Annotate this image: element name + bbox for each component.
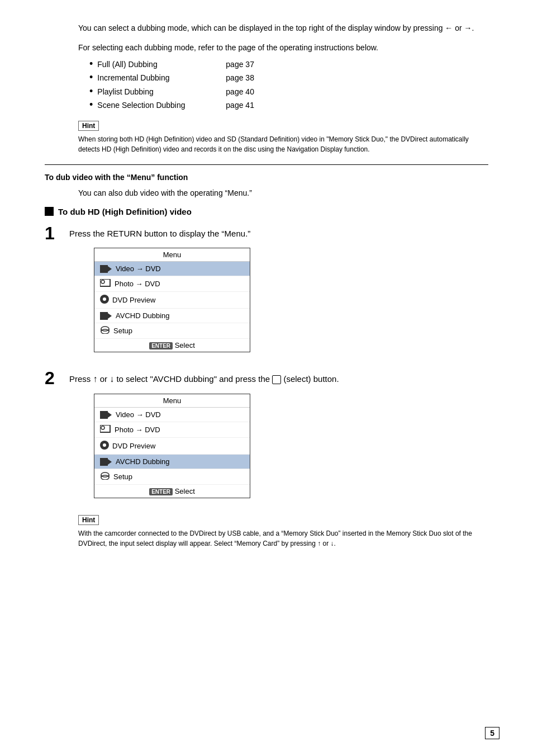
menu2-item-2: DVD Preview <box>94 438 250 455</box>
setup-icon <box>100 326 110 336</box>
setup-icon2 <box>100 472 110 481</box>
avchd-icon <box>100 312 112 320</box>
list-item: • Full (All) Dubbing page 37 <box>89 58 488 70</box>
bullet-page: page 38 <box>226 72 254 84</box>
list-item: • Scene Selection Dubbing page 41 <box>89 99 488 111</box>
step-2: 2 Press ↑ or ↓ to select "AVCHD dubbing"… <box>45 369 488 506</box>
menu1-footer-label: Select <box>175 341 195 349</box>
hint2-box: Hint With the camcorder connected to the… <box>45 515 488 549</box>
menu2-footer: ENTER Select <box>94 485 250 498</box>
hint2-label: Hint <box>78 515 99 525</box>
page: You can select a dubbing mode, which can… <box>0 0 533 756</box>
menu1-item-3: AVCHD Dubbing <box>94 309 250 323</box>
section-intro: You can also dub video with the operatin… <box>78 187 488 199</box>
down-arrow-icon: ↓ <box>110 374 114 384</box>
photo-icon <box>100 279 111 289</box>
photo-icon2 <box>100 425 111 434</box>
enter-badge-2: ENTER <box>149 488 173 495</box>
bullet-page: page 41 <box>226 99 254 111</box>
step2-text-after: to select "AVCHD dubbing" and press the <box>116 374 272 384</box>
step-1-number: 1 <box>45 224 61 242</box>
menu2-item-4: Setup <box>94 469 250 485</box>
intro-para1: You can select a dubbing mode, which can… <box>78 22 488 34</box>
step-1-text: Press the RETURN button to display the “… <box>69 224 250 240</box>
menu2-item-3-label: AVCHD Dubbing <box>116 457 170 466</box>
step2-press: Press <box>69 374 93 384</box>
svg-point-15 <box>101 426 104 429</box>
svg-rect-18 <box>100 458 108 466</box>
bullet-dot: • <box>89 100 93 110</box>
black-square-icon <box>45 207 54 216</box>
bullet-page: page 40 <box>226 86 254 98</box>
menu1-item-2-label: DVD Preview <box>112 296 155 304</box>
menu2-item-1: Photo → DVD <box>94 422 250 438</box>
svg-point-23 <box>101 475 109 480</box>
svg-rect-6 <box>100 312 108 320</box>
menu2-item-2-label: DVD Preview <box>112 442 155 450</box>
intro-para2: For selecting each dubbing mode, refer t… <box>78 42 488 54</box>
menu2-item-1-label: Photo → DVD <box>115 426 160 434</box>
bullet-dot: • <box>89 72 93 82</box>
step2-select-label: (select) button. <box>283 374 339 384</box>
enter-badge-1: ENTER <box>149 342 173 349</box>
menu2-item-0: Video → DVD <box>94 408 250 422</box>
menu1-footer: ENTER Select <box>94 339 250 352</box>
step-2-text: Press ↑ or ↓ to select "AVCHD dubbing" a… <box>69 369 339 386</box>
dvd-preview-icon <box>100 295 109 305</box>
section-divider <box>45 164 488 165</box>
bullet-list: • Full (All) Dubbing page 37 • Increment… <box>89 58 488 112</box>
svg-marker-7 <box>108 313 112 319</box>
menu1-item-4: Setup <box>94 323 250 339</box>
svg-marker-19 <box>108 459 112 465</box>
menu2-item-3: AVCHD Dubbing <box>94 455 250 469</box>
select-button-icon <box>272 375 281 384</box>
svg-rect-12 <box>100 411 108 419</box>
bullet-label: Playlist Dubbing <box>97 86 220 98</box>
hint1-label: Hint <box>78 121 99 131</box>
hint1-box: Hint When storing both HD (High Definiti… <box>45 121 488 154</box>
menu2-footer-label: Select <box>175 487 195 495</box>
svg-rect-0 <box>100 265 108 273</box>
svg-point-17 <box>103 443 106 447</box>
menu2-item-4-label: Setup <box>113 472 132 481</box>
hint1-text: When storing both HD (High Definition) v… <box>78 134 488 154</box>
dvd-preview-icon2 <box>100 441 109 451</box>
step-2-number: 2 <box>45 369 61 387</box>
svg-point-5 <box>103 297 106 301</box>
bullet-label: Full (All) Dubbing <box>97 58 220 70</box>
hint2-text: With the camcorder connected to the DVDi… <box>78 528 488 549</box>
page-number: 5 <box>485 727 499 739</box>
bullet-dot: • <box>89 59 93 69</box>
svg-marker-1 <box>108 266 112 272</box>
list-item: • Incremental Dubbing page 38 <box>89 72 488 84</box>
sub-heading: To dub HD (High Definition) video <box>45 207 488 216</box>
svg-point-3 <box>101 280 104 284</box>
menu1-item-1-label: Photo → DVD <box>115 280 160 288</box>
menu1-item-4-label: Setup <box>113 327 132 335</box>
step-1: 1 Press the RETURN button to display the… <box>45 224 488 361</box>
menu-box-2: Menu Video → DVD Photo → DVD <box>94 394 250 498</box>
bullet-page: page 37 <box>226 58 254 70</box>
avchd-icon2 <box>100 458 112 466</box>
svg-point-11 <box>101 329 109 334</box>
video-icon2 <box>100 411 112 419</box>
menu-box-1: Menu Video → DVD Photo → DVD <box>94 248 250 352</box>
menu1-item-0: Video → DVD <box>94 262 250 276</box>
step2-or: or <box>100 374 110 384</box>
menu2-title: Menu <box>94 394 250 408</box>
menu1-title: Menu <box>94 248 250 262</box>
bullet-dot: • <box>89 86 93 96</box>
bullet-label: Incremental Dubbing <box>97 72 220 84</box>
svg-marker-13 <box>108 412 112 418</box>
list-item: • Playlist Dubbing page 40 <box>89 86 488 98</box>
menu1-item-0-label: Video → DVD <box>116 264 161 273</box>
menu1-item-1: Photo → DVD <box>94 276 250 292</box>
menu1-item-2: DVD Preview <box>94 292 250 309</box>
up-arrow-icon: ↑ <box>93 374 98 384</box>
video-icon <box>100 265 112 273</box>
bullet-label: Scene Selection Dubbing <box>97 99 220 111</box>
section-title: To dub video with the “Menu” function <box>45 173 488 182</box>
menu2-item-0-label: Video → DVD <box>116 410 161 419</box>
menu1-item-3-label: AVCHD Dubbing <box>116 311 170 320</box>
sub-heading-text: To dub HD (High Definition) video <box>58 207 192 216</box>
